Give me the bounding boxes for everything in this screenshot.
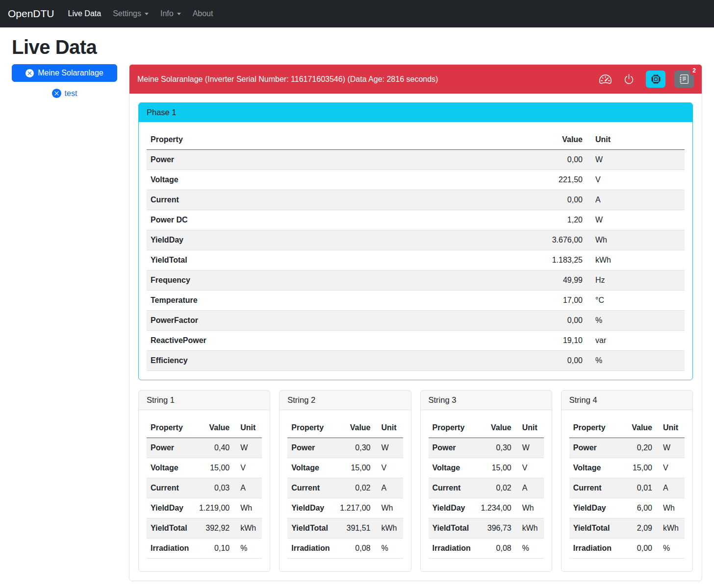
table-row: YieldTotal392,92kWh [147,518,262,539]
property-label: Power [569,438,623,458]
property-unit: W [515,438,544,458]
property-label: YieldTotal [287,518,335,539]
string-table-head: Property Value Unit [569,418,685,438]
table-row: Current0,02A [287,478,403,498]
nav-item-about[interactable]: About [189,5,217,22]
table-row: Power0,30W [429,438,544,458]
property-label: YieldTotal [569,518,623,539]
property-label: Voltage [569,458,623,478]
table-header-row: Property Value Unit [429,418,544,438]
property-value: 17,00 [421,291,586,311]
table-row: ReactivePower19,10var [147,331,685,351]
property-unit: Wh [375,498,403,518]
table-row: Current0,00A [147,190,685,210]
property-unit: Wh [515,498,544,518]
string-card: String 4 Property Value Unit [561,390,693,572]
string-table-body: Power0,40WVoltage15,00VCurrent0,03AYield… [147,438,262,559]
inverter-select-label: Meine Solaranlage [38,69,103,77]
string-card-header: String 1 [139,391,270,410]
property-label: YieldDay [287,498,335,518]
table-row: YieldTotal396,73kWh [429,518,544,539]
property-label: Voltage [287,458,335,478]
property-label: Voltage [147,170,421,190]
nav-item-settings[interactable]: Settings [109,5,153,22]
property-label: Power DC [147,210,421,230]
nav-item-info[interactable]: Info [156,5,185,22]
property-unit: V [656,458,685,478]
property-unit: % [515,539,544,559]
property-label: ReactivePower [147,331,421,351]
property-value: 0,40 [194,438,233,458]
event-count-badge: 2 [690,66,698,75]
caret-down-icon [177,13,181,15]
nav-item-info-label: Info [160,9,174,18]
property-value: 0,00 [421,311,586,331]
string-card-header: String 2 [280,391,410,410]
inverter-card: Meine Solaranlage (Inverter Serial Numbe… [129,64,702,581]
inverter-select-button-meine-solaranlage[interactable]: Meine Solaranlage [12,64,117,82]
inverter-info-button[interactable] [646,71,665,88]
property-label: Power [429,438,476,458]
event-log-button[interactable]: 2 [674,71,694,88]
property-unit: A [656,478,685,498]
property-value: 15,00 [623,458,656,478]
property-unit: Wh [586,230,685,250]
string-card: String 3 Property Value Unit [420,390,552,572]
table-row: Power0,20W [569,438,685,458]
table-row: YieldTotal2,09kWh [569,518,685,539]
table-row: Irradiation0,08% [287,539,403,559]
property-label: YieldDay [429,498,476,518]
property-label: Frequency [147,270,421,291]
property-value: 0,30 [335,438,374,458]
property-value: 0,08 [476,539,515,559]
table-row: PowerFactor0,00% [147,311,685,331]
table-row: Frequency49,99Hz [147,270,685,291]
property-value: 0,02 [476,478,515,498]
nav-item-settings-label: Settings [113,9,141,18]
property-label: YieldDay [147,230,421,250]
column-header-unit: Unit [586,130,685,150]
property-unit: A [515,478,544,498]
string-card-body: Property Value Unit Power0,30WVoltage15,… [421,410,552,571]
nav-item-live-data[interactable]: Live Data [64,5,105,22]
table-row: Temperature17,00°C [147,291,685,311]
property-label: YieldTotal [147,518,194,539]
property-value: 15,00 [194,458,233,478]
string-card-body: Property Value Unit Power0,40WVoltage15,… [139,410,270,571]
power-settings-button[interactable] [621,74,637,85]
property-value: 15,00 [476,458,515,478]
phase-table: Property Value Unit Power0,00WVoltage221… [147,130,685,371]
property-unit: Wh [656,498,685,518]
property-value: 0,30 [476,438,515,458]
property-label: Irradiation [429,539,476,559]
property-label: Voltage [147,458,194,478]
table-header-row: Property Value Unit [147,130,685,150]
table-row: YieldDay1.234,00Wh [429,498,544,518]
property-label: Irradiation [287,539,335,559]
column-header-value: Value [194,418,233,438]
string-table-head: Property Value Unit [287,418,403,438]
brand-logo[interactable]: OpenDTU [8,8,54,20]
strings-row: String 1 Property Value Unit [138,390,693,572]
string-card-header: String 4 [561,391,692,410]
table-row: Irradiation0,00% [569,539,685,559]
inverter-select-link-test[interactable]: test [12,89,117,98]
table-row: Voltage15,00V [429,458,544,478]
property-value: 221,50 [421,170,586,190]
phase-table-body: Power0,00WVoltage221,50VCurrent0,00APowe… [147,150,685,371]
column-header-value: Value [421,130,586,150]
string-table: Property Value Unit Power0,40WVoltage15,… [147,418,262,559]
main-content: Meine Solaranlage (Inverter Serial Numbe… [129,64,702,581]
property-label: Power [147,438,194,458]
string-table-body: Power0,20WVoltage15,00VCurrent0,01AYield… [569,438,685,559]
property-label: Irradiation [147,539,194,559]
table-row: Voltage221,50V [147,170,685,190]
limit-settings-button[interactable] [597,73,614,85]
property-label: Temperature [147,291,421,311]
property-unit: W [586,210,685,230]
property-value: 0,00 [623,539,656,559]
property-value: 396,73 [476,518,515,539]
inverter-toolbar: 2 [597,71,694,88]
string-table-body: Power0,30WVoltage15,00VCurrent0,02AYield… [287,438,403,559]
nav-links: Live Data Settings Info About [64,5,217,22]
